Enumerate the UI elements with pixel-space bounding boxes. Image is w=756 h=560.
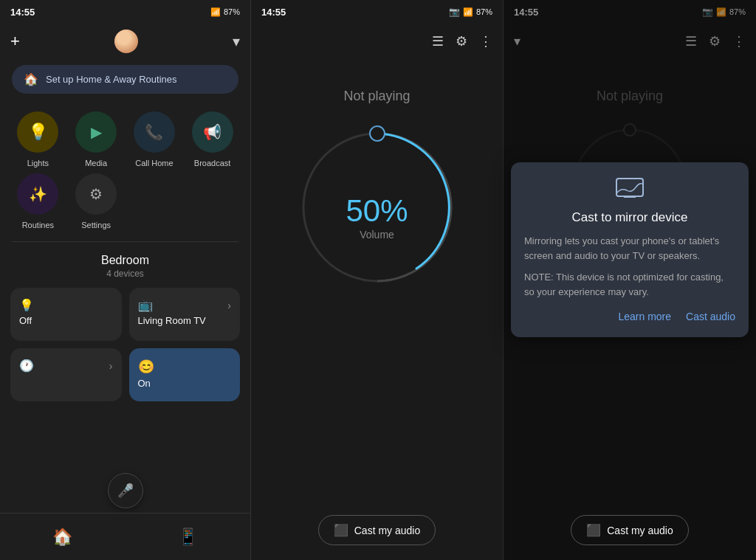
- gear-icon-2[interactable]: ⚙: [456, 33, 467, 49]
- action-broadcast[interactable]: 📢 Broadcast: [186, 111, 238, 167]
- room-name: Bedroom: [12, 254, 238, 267]
- broadcast-label: Broadcast: [194, 159, 231, 167]
- device-light-icon: 💡: [19, 298, 34, 312]
- cast-mirror-icon: [524, 177, 735, 204]
- more-icon-2[interactable]: ⋮: [479, 33, 492, 49]
- cast-overlay-note: NOTE: This device is not optimized for c…: [524, 270, 735, 299]
- cast-mirror-svg: [615, 177, 645, 199]
- setup-banner[interactable]: 🏠 Set up Home & Away Routines: [12, 65, 238, 94]
- top-nav-2: ☰ ⚙ ⋮: [251, 24, 503, 59]
- media-label: Media: [85, 159, 107, 167]
- callhome-circle: 📞: [134, 111, 175, 153]
- cast-audio-overlay-button[interactable]: Cast audio: [686, 311, 735, 322]
- device-clock-icon: 🕐: [19, 359, 34, 373]
- cast-overlay-title: Cast to mirror device: [524, 210, 735, 225]
- lights-icon: 💡: [28, 122, 48, 142]
- volume-label: Volume: [346, 229, 408, 241]
- device-card-top-1: 💡: [19, 298, 113, 312]
- settings-icon: ⚙: [89, 185, 103, 203]
- device-grid: 💡 Off 📺 › Living Room TV 🕐 › 😊 On: [0, 288, 250, 401]
- callhome-icon: 📞: [145, 123, 163, 141]
- lights-circle: 💡: [17, 111, 58, 153]
- wifi-icon-2: 📶: [463, 7, 473, 17]
- device-tv-name: Living Room TV: [138, 315, 232, 326]
- bottom-nav-home[interactable]: 🏠: [38, 522, 87, 553]
- action-media[interactable]: ▶ Media: [70, 111, 123, 167]
- mic-fab[interactable]: 🎤: [108, 473, 143, 508]
- not-playing-label-2: Not playing: [343, 89, 410, 104]
- routines-circle: ✨: [17, 173, 58, 215]
- settings-label: Settings: [81, 221, 111, 229]
- device-card-clock[interactable]: 🕐 ›: [10, 348, 122, 401]
- top-nav-1: + ▾: [0, 24, 250, 59]
- device-card-top-4: 😊: [138, 359, 232, 375]
- device-on-name: On: [138, 378, 232, 389]
- room-header: Bedroom 4 devices: [0, 248, 250, 288]
- callhome-label: Call Home: [135, 159, 173, 167]
- sliders-icon-2[interactable]: ☰: [432, 33, 444, 49]
- cast-overlay-desc: Mirroring lets you cast your phone's or …: [524, 234, 735, 263]
- home-nav-icon: 🏠: [52, 528, 72, 547]
- bottom-nav-devices[interactable]: 📱: [163, 522, 213, 553]
- add-button-1[interactable]: +: [10, 32, 20, 51]
- device-card-top-3: 🕐 ›: [19, 359, 113, 373]
- top-nav-icons-2: ☰ ⚙ ⋮: [432, 33, 492, 49]
- battery-1: 87%: [224, 7, 240, 16]
- cast-audio-label-2: Cast my audio: [354, 525, 420, 536]
- status-bar-1: 14:55 📶 87%: [0, 0, 250, 24]
- status-time-1: 14:55: [10, 7, 35, 18]
- action-routines[interactable]: ✨ Routines: [12, 173, 64, 229]
- bottom-nav-1: 🏠 📱: [0, 513, 250, 560]
- volume-percent: 50%: [346, 193, 408, 229]
- device-card-on[interactable]: 😊 On: [129, 348, 241, 401]
- device-card-light-off[interactable]: 💡 Off: [10, 288, 122, 341]
- devices-nav-icon: 📱: [178, 528, 198, 547]
- status-icons-2: 📷 📶 87%: [449, 7, 492, 17]
- status-bar-2: 14:55 📷 📶 87%: [251, 0, 503, 24]
- section-divider: [12, 241, 238, 242]
- device-light-name: Off: [19, 315, 113, 326]
- settings-circle: ⚙: [75, 173, 117, 215]
- cast-icon-3: ⬛: [586, 523, 601, 537]
- status-icons-1: 📶 87%: [210, 7, 240, 17]
- avatar-1[interactable]: [114, 30, 138, 53]
- wifi-icon-1: 📶: [210, 7, 221, 17]
- quick-actions-row1: 💡 Lights ▶ Media 📞 Call Home 📢 Broadcast: [0, 100, 250, 173]
- svg-rect-4: [616, 179, 643, 196]
- mic-icon: 🎤: [117, 483, 134, 499]
- device-smiley-icon: 😊: [138, 359, 154, 375]
- volume-center-text: 50% Volume: [346, 193, 408, 241]
- lights-label: Lights: [27, 159, 49, 167]
- broadcast-icon: 📢: [203, 123, 221, 141]
- broadcast-circle: 📢: [192, 111, 233, 153]
- status-time-2: 14:55: [261, 7, 286, 18]
- media-icon: ▶: [91, 123, 102, 141]
- device-card-top-2: 📺 ›: [138, 298, 232, 312]
- cast-overlay-actions: Learn more Cast audio: [524, 311, 735, 322]
- panel-volume: 14:55 📷 📶 87% ☰ ⚙ ⋮ Not playing 50%: [251, 0, 504, 560]
- cast-audio-button-2[interactable]: ⬛ Cast my audio: [318, 515, 436, 545]
- room-devices-count: 4 devices: [12, 269, 238, 279]
- battery-2: 87%: [476, 7, 492, 16]
- cast-audio-button-3[interactable]: ⬛ Cast my audio: [571, 515, 688, 545]
- cast-icon-2: ⬛: [334, 523, 348, 537]
- action-lights[interactable]: 💡 Lights: [12, 111, 64, 167]
- device-clock-arrow: ›: [109, 360, 113, 372]
- volume-dial[interactable]: 50% Volume: [281, 111, 473, 303]
- panel-cast: 14:55 📷 📶 87% ▾ ☰ ⚙ ⋮ Not playing: [504, 0, 756, 560]
- device-card-tv[interactable]: 📺 › Living Room TV: [129, 288, 241, 341]
- action-callhome[interactable]: 📞 Call Home: [128, 111, 181, 167]
- svg-rect-5: [624, 196, 636, 198]
- device-tv-icon: 📺: [138, 298, 153, 312]
- quick-actions-row2: ✨ Routines ⚙ Settings: [0, 173, 250, 235]
- action-settings[interactable]: ⚙ Settings: [70, 173, 123, 229]
- panel-home: 14:55 📶 87% + ▾ 🏠 Set up Home & Away Rou…: [0, 0, 251, 560]
- chevron-down-icon-1[interactable]: ▾: [233, 32, 240, 50]
- cast-audio-label-3: Cast my audio: [607, 525, 673, 536]
- learn-more-button[interactable]: Learn more: [618, 311, 671, 322]
- setup-banner-text: Set up Home & Away Routines: [46, 74, 177, 85]
- device-tv-arrow: ›: [227, 300, 231, 311]
- cast-overlay-dialog: Cast to mirror device Mirroring lets you…: [511, 162, 749, 337]
- camera-icon-2: 📷: [449, 7, 460, 17]
- routines-label: Routines: [22, 221, 54, 229]
